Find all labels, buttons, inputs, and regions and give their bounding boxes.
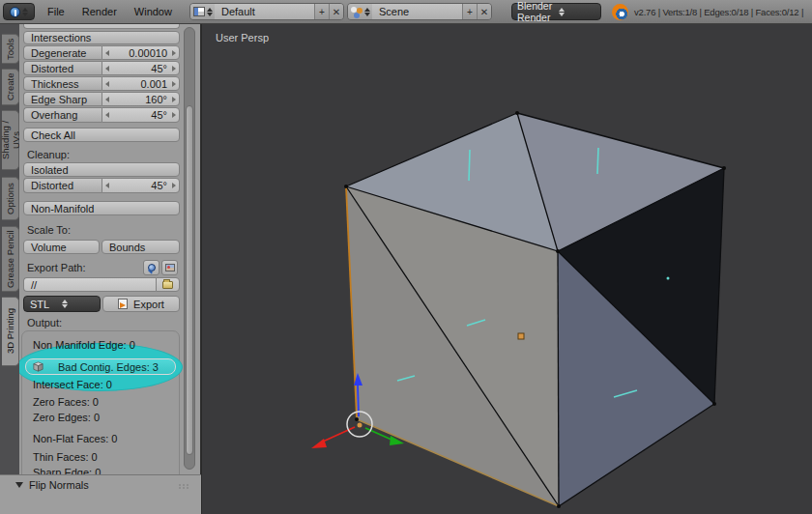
degenerate-button[interactable]: Degenerate — [23, 45, 102, 60]
tab-options[interactable]: Options — [2, 177, 19, 220]
overhang-button[interactable]: Overhang — [23, 107, 102, 123]
export-path-label: Export Path: — [27, 262, 86, 273]
viewport-canvas[interactable] — [202, 24, 812, 514]
scene-icon — [351, 6, 362, 17]
scrollbar-thumb[interactable] — [186, 105, 193, 455]
layout-add-button[interactable]: + — [314, 4, 329, 19]
cube-vertex[interactable] — [557, 504, 561, 508]
export-icon — [118, 299, 128, 309]
cube-vertex[interactable] — [344, 185, 348, 188]
cube-vertex[interactable] — [355, 417, 359, 421]
image-button[interactable] — [161, 260, 178, 275]
manipulator-x-axis-red[interactable] — [323, 427, 355, 442]
stepper-right-icon[interactable] — [172, 112, 176, 118]
stepper-right-icon[interactable] — [172, 81, 176, 87]
toolshelf-tab-column: Tools Create Shading / UVs Options Greas… — [0, 24, 19, 474]
stepper-left-icon[interactable] — [105, 183, 109, 188]
stepper-left-icon[interactable] — [105, 66, 109, 71]
scene-statistics: v2.76 | Verts:1/8 | Edges:0/18 | Faces:0… — [634, 3, 803, 20]
result-thin-faces[interactable]: Thin Faces: 0 — [33, 451, 98, 463]
menu-window[interactable]: Window — [126, 6, 181, 17]
blender-logo-icon — [612, 4, 628, 20]
3d-viewport[interactable]: User Persp — [201, 24, 812, 514]
menu-render[interactable]: Render — [73, 6, 126, 17]
folder-icon — [162, 281, 173, 289]
overhang-value-field[interactable]: 45° — [102, 107, 180, 123]
volume-button[interactable]: Volume — [23, 240, 100, 254]
layout-icon — [193, 7, 205, 16]
cube-vertex[interactable] — [712, 402, 716, 406]
chevron-updown-icon — [364, 8, 370, 16]
stepper-right-icon[interactable] — [172, 50, 176, 56]
thickness-button[interactable]: Thickness — [23, 76, 102, 91]
tab-tools[interactable]: Tools — [2, 34, 19, 64]
result-non-flat-faces[interactable]: Non-Flat Faces: 0 — [33, 433, 117, 444]
panel-scrollbar[interactable] — [184, 27, 195, 470]
chevron-updown-icon — [22, 8, 28, 16]
result-zero-edges[interactable]: Zero Edges: 0 — [33, 412, 100, 423]
result-intersect-face[interactable]: Intersect Face: 0 — [33, 379, 112, 390]
export-button[interactable]: Export — [102, 296, 180, 312]
flip-normals-panel: Flip Normals — [0, 474, 201, 514]
check-all-button[interactable]: Check All — [23, 128, 180, 142]
distorted-button[interactable]: Distorted — [23, 61, 102, 75]
edge-sharp-value-field[interactable]: 160° — [102, 92, 180, 106]
scene-add-button[interactable]: + — [462, 4, 477, 19]
stepper-left-icon[interactable] — [105, 97, 109, 102]
chevron-updown-icon — [559, 8, 595, 16]
scene-name-field[interactable]: Scene — [372, 4, 462, 19]
cube-vertex[interactable] — [722, 166, 726, 170]
export-format-dropdown[interactable]: STL — [23, 296, 101, 312]
scene-selector: Scene + ✕ — [347, 3, 492, 20]
tab-create[interactable]: Create — [2, 69, 19, 105]
scale-to-label: Scale To: — [27, 224, 71, 236]
stepper-left-icon[interactable] — [105, 81, 109, 87]
pin-icon — [148, 264, 156, 271]
tab-shading-uvs[interactable]: Shading / UVs — [2, 110, 19, 170]
degenerate-value-field[interactable]: 0.00010 — [102, 45, 180, 60]
manipulator-center-dot — [358, 423, 362, 428]
face-normal-dot — [667, 277, 670, 280]
browse-path-button[interactable] — [156, 277, 180, 292]
export-path-field[interactable]: // — [23, 277, 156, 292]
flip-normals-header[interactable]: Flip Normals — [15, 479, 89, 491]
stepper-left-icon[interactable] — [105, 112, 109, 118]
clipped-button — [23, 24, 180, 29]
cleanup-label: Cleanup: — [27, 149, 70, 160]
result-non-manifold-edge[interactable]: Non Manifold Edge: 0 — [33, 339, 135, 351]
distorted-value-field[interactable]: 45° — [102, 61, 180, 75]
scene-browse-button[interactable] — [348, 4, 372, 19]
result-sharp-edge[interactable]: Sharp Edge: 0 — [33, 467, 101, 474]
layout-name-field[interactable]: Default — [215, 4, 314, 19]
bad-contig-edges-button[interactable]: Bad Contig. Edges: 3 — [25, 358, 176, 375]
layout-browse-button[interactable] — [190, 4, 215, 19]
menu-file[interactable]: File — [39, 6, 73, 17]
cube-vertex[interactable] — [515, 111, 519, 115]
edge-sharp-button[interactable]: Edge Sharp — [23, 92, 102, 106]
thickness-value-field[interactable]: 0.001 — [102, 76, 180, 91]
stepper-left-icon[interactable] — [105, 50, 109, 56]
panel-grip-icon[interactable] — [179, 484, 189, 489]
image-icon — [165, 264, 175, 271]
stepper-right-icon[interactable] — [172, 97, 176, 102]
face-normal-line — [469, 150, 470, 181]
editor-type-button[interactable] — [3, 3, 35, 20]
non-manifold-button[interactable]: Non-Manifold — [23, 201, 180, 215]
layout-delete-button[interactable]: ✕ — [329, 4, 343, 19]
isolated-button[interactable]: Isolated — [23, 162, 180, 177]
pin-button[interactable] — [143, 260, 160, 275]
cube-vertex[interactable] — [556, 249, 560, 253]
cleanup-distorted-value-field[interactable]: 45° — [102, 178, 180, 193]
stepper-right-icon[interactable] — [172, 183, 176, 188]
intersections-button[interactable]: Intersections — [23, 31, 180, 44]
result-zero-faces[interactable]: Zero Faces: 0 — [33, 396, 99, 408]
tab-grease-pencil[interactable]: Grease Pencil — [2, 226, 19, 292]
render-engine-dropdown[interactable]: Blender Render — [511, 3, 601, 20]
scene-delete-button[interactable]: ✕ — [477, 4, 491, 19]
3d-print-toolbox-panel: Intersections Degenerate 0.00010 Distort… — [19, 24, 201, 474]
render-engine-label: Blender Render — [517, 0, 554, 23]
stepper-right-icon[interactable] — [172, 66, 176, 71]
bounds-button[interactable]: Bounds — [102, 240, 180, 254]
tab-3d-printing[interactable]: 3D Printing — [2, 297, 19, 366]
cleanup-distorted-button[interactable]: Distorted — [23, 178, 102, 193]
